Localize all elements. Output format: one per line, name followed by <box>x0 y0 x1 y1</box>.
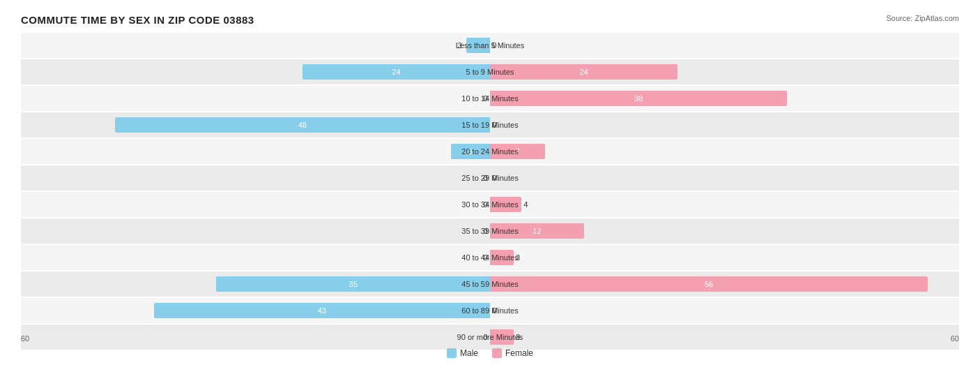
chart-legend: Male Female <box>447 348 533 358</box>
row-label: 15 to 19 Minutes <box>420 121 560 129</box>
chart-row: 0 25 to 29 Minutes 0 <box>21 165 959 191</box>
legend-female: Female <box>492 348 533 358</box>
row-inner: 0 90 or more Minutes 3 <box>21 325 959 350</box>
legend-male: Male <box>447 348 478 358</box>
male-value: 35 <box>349 280 358 288</box>
chart-row: 35 45 to 59 Minutes 56 <box>21 271 959 297</box>
male-value: 43 <box>318 306 326 315</box>
chart-area: 3 Less than 5 Minutes 0 24 5 to 9 Minute… <box>21 33 959 307</box>
row-label: 5 to 9 Minutes <box>420 68 560 76</box>
female-half: 3 <box>490 325 959 350</box>
male-value: 24 <box>392 68 400 76</box>
legend-female-box <box>492 348 502 358</box>
female-half: 56 <box>490 271 959 297</box>
chart-row: 0 35 to 39 Minutes 12 <box>21 218 959 244</box>
row-label: 90 or more Minutes <box>420 333 560 341</box>
row-label: 40 to 44 Minutes <box>420 253 560 262</box>
female-value: 24 <box>579 68 588 76</box>
row-label: 25 to 29 Minutes <box>420 174 560 182</box>
female-half: 0 <box>490 112 959 137</box>
source-label: Source: ZipAtlas.com <box>886 14 959 22</box>
row-label: 10 to 14 Minutes <box>420 94 560 103</box>
row-inner: 5 20 to 24 Minutes 7 <box>21 139 959 164</box>
legend-female-label: Female <box>505 348 533 358</box>
female-half: 0 <box>490 298 959 323</box>
chart-row: 24 5 to 9 Minutes 24 <box>21 59 959 84</box>
chart-row: 0 90 or more Minutes 3 <box>21 325 959 350</box>
row-inner: 0 10 to 14 Minutes 38 <box>21 86 959 111</box>
row-label: Less than 5 Minutes <box>420 41 560 50</box>
row-inner: 24 5 to 9 Minutes 24 <box>21 59 959 84</box>
chart-row: 43 60 to 89 Minutes 0 <box>21 298 959 323</box>
female-half: 7 <box>490 139 959 164</box>
female-half: 0 <box>490 33 959 58</box>
legend-male-label: Male <box>460 348 478 358</box>
chart-row: 0 30 to 34 Minutes 4 <box>21 192 959 217</box>
row-inner: 0 30 to 34 Minutes 4 <box>21 192 959 217</box>
row-inner: 35 45 to 59 Minutes 56 <box>21 271 959 297</box>
row-inner: 3 Less than 5 Minutes 0 <box>21 33 959 58</box>
chart-title: COMMUTE TIME BY SEX IN ZIP CODE 03883 <box>21 14 959 26</box>
female-half: 4 <box>490 192 959 217</box>
female-value: 56 <box>705 280 713 288</box>
row-inner: 48 15 to 19 Minutes 0 <box>21 112 959 137</box>
female-half: 12 <box>490 218 959 244</box>
chart-row: 48 15 to 19 Minutes 0 <box>21 112 959 137</box>
row-inner: 0 40 to 44 Minutes 3 <box>21 245 959 270</box>
row-inner: 0 35 to 39 Minutes 12 <box>21 218 959 244</box>
row-label: 35 to 39 Minutes <box>420 227 560 235</box>
row-label: 45 to 59 Minutes <box>420 280 560 288</box>
axis-label-right: 60 <box>951 334 959 343</box>
row-label: 30 to 34 Minutes <box>420 200 560 209</box>
legend-male-box <box>447 348 457 358</box>
axis-label-left: 60 <box>21 334 29 343</box>
chart-row: 0 10 to 14 Minutes 38 <box>21 86 959 111</box>
row-label: 60 to 89 Minutes <box>420 306 560 315</box>
chart-row: 5 20 to 24 Minutes 7 <box>21 139 959 164</box>
chart-container: COMMUTE TIME BY SEX IN ZIP CODE 03883 So… <box>0 0 980 365</box>
female-half: 38 <box>490 86 959 111</box>
male-value: 48 <box>298 121 307 129</box>
female-half: 0 <box>490 165 959 191</box>
female-half: 24 <box>490 59 959 84</box>
female-half: 3 <box>490 245 959 270</box>
row-inner: 43 60 to 89 Minutes 0 <box>21 298 959 323</box>
chart-row: 3 Less than 5 Minutes 0 <box>21 33 959 58</box>
row-label: 20 to 24 Minutes <box>420 147 560 156</box>
row-inner: 0 25 to 29 Minutes 0 <box>21 165 959 191</box>
chart-row: 0 40 to 44 Minutes 3 <box>21 245 959 270</box>
female-value: 38 <box>634 94 643 103</box>
